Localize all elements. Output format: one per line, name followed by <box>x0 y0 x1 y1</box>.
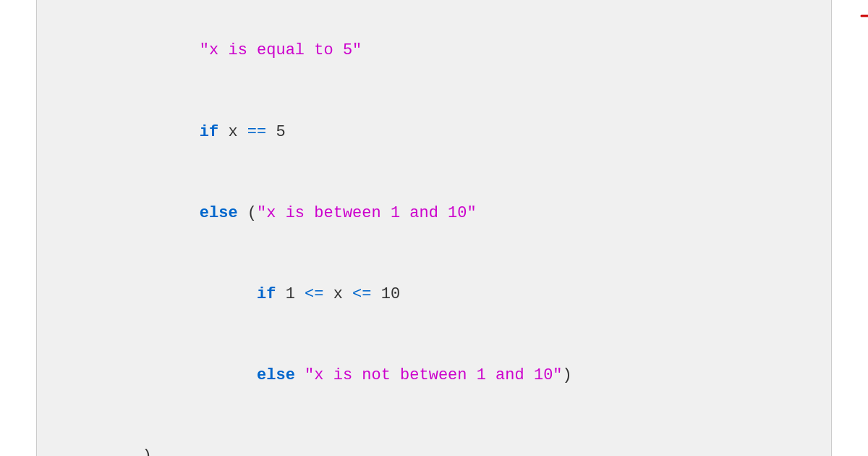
code-content: x = 5 result = ( "x is equal to 5" if x … <box>66 0 802 456</box>
op-lte1: <= <box>305 285 323 303</box>
space3: ( <box>238 204 257 222</box>
string1: "x is equal to 5" <box>200 41 362 59</box>
indent3 <box>142 204 200 222</box>
brace-annotation: Inline if statement <box>856 0 868 23</box>
space4: 1 <box>276 285 305 303</box>
code-line-else2: else "x is not between 1 and 10") <box>66 335 802 416</box>
code-box: x = 5 result = ( "x is equal to 5" if x … <box>36 0 832 456</box>
space2: 5 <box>266 123 285 141</box>
space7 <box>295 366 305 384</box>
code-line-else1: else ("x is between 1 and 10" <box>66 172 802 253</box>
op-lte2: <= <box>352 285 371 303</box>
main-container: x = 5 result = ( "x is equal to 5" if x … <box>36 0 832 456</box>
kw-if: if <box>200 123 218 141</box>
string3: "x is not between 1 and 10" <box>305 366 562 384</box>
space6: 10 <box>372 285 401 303</box>
string2: "x is between 1 and 10" <box>257 204 477 222</box>
kw-if2: if <box>257 285 276 303</box>
brace-svg <box>856 0 868 23</box>
indent2 <box>142 123 200 141</box>
op-dblequal: == <box>247 123 266 141</box>
code-line-result: result = ( <box>66 0 802 10</box>
space1: x <box>218 123 247 141</box>
indent5 <box>142 366 257 384</box>
kw-else1: else <box>200 204 238 222</box>
code-line-if2: if 1 <= x <= 10 <box>66 254 802 335</box>
paren-close1: ) <box>563 366 572 384</box>
space5: x <box>323 285 352 303</box>
paren-close2: ) <box>142 447 152 456</box>
code-line-str1: "x is equal to 5" <box>66 10 802 91</box>
code-line-paren-close: ) <box>66 416 802 456</box>
indent4 <box>142 285 257 303</box>
kw-else2: else <box>257 366 295 384</box>
code-line-if: if x == 5 <box>66 91 802 172</box>
indent1 <box>142 41 200 59</box>
